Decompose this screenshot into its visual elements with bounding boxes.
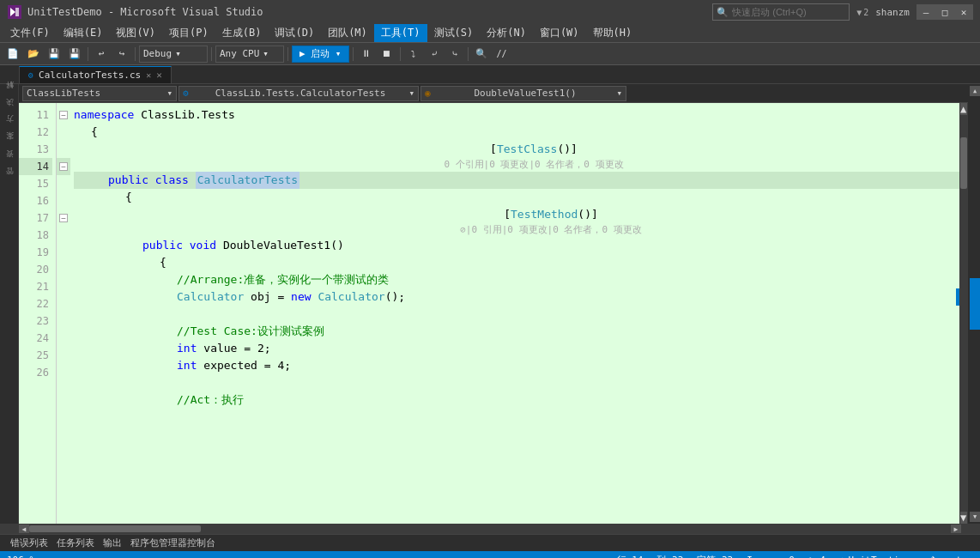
save-all-button[interactable]: 💾 [65,45,84,63]
code-line-25 [74,374,959,391]
pause-button[interactable]: ⏸ [357,45,376,63]
error-list-tab[interactable]: 错误列表 [7,535,51,551]
sidebar-icon-3[interactable]: 方 [2,122,17,137]
minimize-button[interactable]: – [916,4,935,20]
title-bar: UnitTestDemo - Microsoft Visual Studio 🔍… [0,0,980,24]
code-line-21 [74,306,959,323]
vertical-scrollbar[interactable]: ▲ ▼ [959,103,968,524]
tab-unsaved-dot: ✕ [156,70,162,81]
code-line-24: int expected = 4; [74,357,959,374]
sidebar-icon-6[interactable]: 管 [2,173,17,189]
scroll-down-button[interactable]: ▼ [960,512,967,524]
horizontal-scrollbar[interactable]: ◀ ▶ [0,524,980,534]
hscroll-right[interactable]: ▶ [951,525,961,533]
tab-marker: ✕ [146,70,151,80]
separator-4 [287,47,288,61]
step-into-button[interactable]: ⤶ [425,45,444,63]
task-list-tab[interactable]: 任务列表 [53,535,98,551]
scroll-thumb[interactable] [960,137,967,189]
line-number-25: 25 [19,347,52,364]
menu-help[interactable]: 帮助(H) [586,24,639,42]
code-content[interactable]: namespace ClassLib.Tests { [TestClass()]… [70,103,959,524]
menu-edit[interactable]: 编辑(E) [57,24,110,42]
menu-build[interactable]: 生成(B) [215,24,269,42]
close-button[interactable]: ✕ [954,4,973,20]
debug-config-dropdown[interactable]: Debug ▾ [139,45,208,63]
collapse-11[interactable]: – [59,111,68,119]
title-text: UnitTestDemo - Microsoft Visual Studio [27,6,263,18]
line-number-18: 18 [19,227,52,244]
up-arrow-indicator: ↑ 0 [777,555,795,559]
code-line-11: namespace ClassLib.Tests [74,106,959,124]
sidebar-icon-4[interactable]: 案 [2,139,17,155]
maximize-button[interactable]: □ [935,4,954,20]
branch-icon: ⎇ [924,555,935,559]
user-name: shanzm [875,7,910,18]
line-number-16: 16 [19,192,52,209]
code-line-14: public class CalculatorTests [74,172,959,189]
line-number-23: 23 [19,312,52,330]
sidebar-icon-2[interactable]: 决 [2,105,17,120]
line-number-13: 13 [19,141,52,158]
namespace-selector-label: ClassLib.Tests.CalculatorTests [215,88,386,99]
menu-analyze[interactable]: 分析(N) [480,24,533,42]
menu-team[interactable]: 团队(M) [321,24,374,42]
new-file-button[interactable]: 📄 [3,45,22,63]
code-line-12: { [74,124,959,141]
search-icon: 🔍 [717,7,729,18]
line-number-17: 17 [19,209,52,227]
rs-btn-3[interactable]: ▼ [970,512,980,522]
code-line-15: { [74,189,959,206]
output-tab[interactable]: 输出 [100,535,125,551]
zoom-level: 106 % ▾ [7,555,45,559]
active-tab[interactable]: ⚙ CalculatorTests.cs ✕ ✕ [19,66,172,83]
line-number-24: 24 [19,330,52,347]
start-button[interactable]: ▶ 启动 ▾ [292,45,349,63]
code-line-16: [TestMethod()] ⊘|0 引用|0 项更改|0 名作者，0 项更改 [74,206,959,237]
method-selector-dropdown[interactable]: ◉ DoubleValueTest1() ▾ [420,86,626,101]
sidebar-icon-5[interactable]: 资 [2,156,17,172]
rs-btn-1[interactable]: ▲ [970,86,980,96]
collapse-14[interactable]: – [59,162,68,171]
separator-6 [400,47,401,61]
class-selector-dropdown[interactable]: ClassLibTests ▾ [22,86,177,101]
line-number-11: 11 [19,106,52,124]
scroll-up-button[interactable]: ▲ [960,103,967,115]
hscroll-thumb[interactable] [29,525,201,532]
rs-btn-2[interactable] [970,278,980,330]
hscroll-track[interactable] [29,525,951,532]
menu-window[interactable]: 窗口(W) [533,24,586,42]
line-number-15: 15 [19,175,52,192]
code-line-18: { [74,254,959,271]
collapse-17[interactable]: – [59,214,68,222]
undo-button[interactable]: ↩ [92,45,111,63]
search-input[interactable] [732,7,835,17]
menu-bar: 文件(F) 编辑(E) 视图(V) 项目(P) 生成(B) 调试(D) 团队(M… [0,24,980,43]
comment-button[interactable]: // [493,45,511,63]
hscroll-left[interactable]: ◀ [19,525,29,533]
sidebar-icon-1[interactable]: 解 [2,88,17,103]
stop-button[interactable]: ⏹ [378,45,396,63]
step-out-button[interactable]: ⤷ [445,45,464,63]
line-number-22: 22 [19,295,52,312]
code-line-23: int value = 2; [74,340,959,357]
code-editor[interactable]: 11 12 13 14 15 16 17 18 19 20 21 22 23 2… [19,103,968,524]
menu-test[interactable]: 测试(S) [427,24,481,42]
save-button[interactable]: 💾 [45,45,64,63]
menu-debug[interactable]: 调试(D) [268,24,321,42]
open-file-button[interactable]: 📂 [24,45,43,63]
namespace-selector-dropdown[interactable]: ⚙ ClassLib.Tests.CalculatorTests ▾ [178,86,419,101]
find-button[interactable]: 🔍 [472,45,491,63]
code-line-22: //Test Case:设计测试案例 [74,323,959,340]
cpu-config-dropdown[interactable]: Any CPU ▾ [215,45,284,63]
redo-button[interactable]: ↪ [112,45,131,63]
menu-tools[interactable]: 工具(T) [374,24,427,42]
menu-project[interactable]: 项目(P) [162,24,215,42]
code-line-19: //Arrange:准备，实例化一个带测试的类 [74,271,959,288]
notification-count: ▼ [856,8,862,17]
package-console-tab[interactable]: 程序包管理器控制台 [127,535,219,551]
menu-file[interactable]: 文件(F) [3,24,57,42]
step-over-button[interactable]: ⤵ [404,45,423,63]
menu-view[interactable]: 视图(V) [109,24,162,42]
quick-launch-search[interactable]: 🔍 [712,3,850,21]
